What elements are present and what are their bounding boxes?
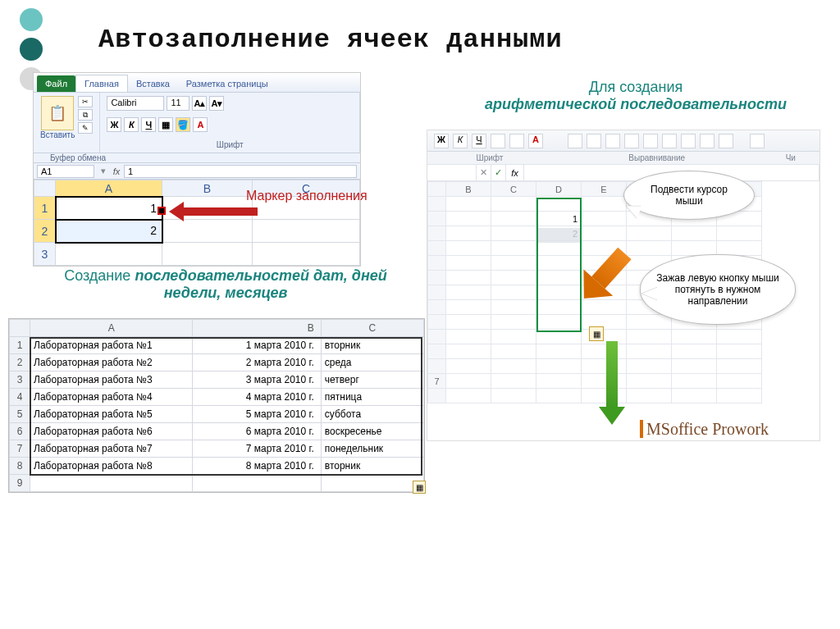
formula-bar-row: A1 ▾ fx 1 [34,163,360,180]
col-header[interactable]: C [321,320,423,337]
col-header[interactable]: C [491,182,536,197]
dot-icon [20,8,43,31]
indent-dec-button[interactable] [681,134,696,148]
col-header[interactable]: B [193,320,322,337]
row-header[interactable] [428,212,446,226]
cell-a1[interactable]: 1 [56,197,162,220]
fill-color-button[interactable] [509,134,524,148]
group-font-label: Шрифт [107,140,353,149]
col-header[interactable]: D [536,182,582,197]
caption-line: арифметической последовательности [459,96,812,113]
fill-color-button[interactable]: 🪣 [176,117,190,132]
cell[interactable] [56,243,162,266]
cell-d1[interactable]: 1 [536,212,582,226]
font-color-button[interactable]: A [528,134,543,148]
name-box[interactable]: A1 [37,165,94,178]
merge-button[interactable] [719,134,733,148]
cell[interactable] [253,243,360,266]
row-header[interactable] [428,285,446,300]
font-color-button[interactable]: A [193,117,208,132]
paste-button[interactable]: 📋 [41,96,74,130]
confirm-icon[interactable]: ✓ [491,165,506,180]
col-header[interactable]: E [582,182,627,197]
callout-drag: Зажав левую кнопку мыши потянуть в нужно… [640,254,796,325]
row-header[interactable] [428,271,446,285]
row-header[interactable] [428,359,446,374]
row-header[interactable] [428,197,446,212]
col-header[interactable]: A [56,180,162,197]
row-header[interactable]: 1 [34,197,56,220]
cut-button[interactable]: ✂ [78,96,93,107]
italic-button[interactable]: К [124,117,139,132]
cancel-icon[interactable]: ✕ [477,165,491,180]
indent-inc-button[interactable] [700,134,714,148]
font-name-select[interactable]: Calibri [107,96,164,111]
slide-title: Автозаполнение ячеек данными [98,25,563,55]
fx-icon[interactable]: fx [109,166,124,176]
number-format-button[interactable] [750,134,765,148]
row-header[interactable] [428,226,446,241]
row-header[interactable]: 7 [428,374,446,389]
borders-button[interactable] [491,134,505,148]
dot-icon [20,38,43,61]
copy-button[interactable]: ⧉ [78,109,93,121]
tab-layout[interactable]: Разметка страницы [178,75,276,92]
row-header[interactable]: 2 [34,220,56,243]
fx-icon[interactable]: fx [506,165,524,180]
cell[interactable] [162,243,253,266]
tab-home[interactable]: Главная [75,75,128,92]
font-size-select[interactable]: 11 [167,96,189,111]
row-header[interactable]: 3 [34,243,56,266]
toolbar: Ж К Ч A [427,130,819,152]
row-header[interactable] [428,300,446,315]
align-right-button[interactable] [662,134,677,148]
table-row: 6Лабораторная работа №66 марта 2010 г.во… [10,423,424,440]
autofill-options-icon[interactable]: ▦ [589,326,604,341]
group-clipboard-label: Буфер обмена [34,153,122,162]
marker-arrow [169,202,258,221]
tab-insert[interactable]: Вставка [128,75,178,92]
align-mid-button[interactable] [587,134,601,148]
cell[interactable] [253,220,360,243]
col-header[interactable]: B [446,182,491,197]
namebox-dropdown-icon[interactable]: ▾ [98,166,109,176]
watermark: MSoffice Prowork [640,420,769,439]
table-row: 5Лабораторная работа №55 марта 2010 г.су… [10,406,424,423]
cell[interactable] [162,220,253,243]
bold-button[interactable]: Ж [107,117,121,132]
autofill-options-icon[interactable]: ▦ [413,481,426,494]
select-all-corner[interactable] [10,320,30,337]
cell-a2[interactable]: 2 [56,220,162,243]
italic-button[interactable]: К [453,134,468,148]
select-all-corner[interactable] [34,180,56,197]
row-header[interactable] [428,256,446,271]
row-header[interactable] [428,344,446,359]
row-header[interactable] [428,241,446,256]
col-header[interactable]: A [30,320,193,337]
align-center-button[interactable] [643,134,658,148]
borders-button[interactable]: ▦ [158,117,173,132]
select-all-corner[interactable] [428,182,446,197]
row-header[interactable] [428,330,446,344]
underline-button[interactable]: Ч [141,117,156,132]
col-header[interactable]: B [162,180,253,197]
formula-bar[interactable]: 1 [124,165,357,178]
group-labels: Шрифт Выравнивание Чи [427,152,819,165]
grow-font-button[interactable]: A▴ [192,96,207,111]
excel-panel-dates: A B C 1Лабораторная работа №11 марта 201… [8,318,425,493]
align-bottom-button[interactable] [605,134,620,148]
fill-handle[interactable] [158,207,166,215]
row-header[interactable] [428,389,446,403]
excel-panel-marker: Файл Главная Вставка Разметка страницы 📋… [33,72,361,267]
format-painter-button[interactable]: ✎ [78,122,93,134]
bold-button[interactable]: Ж [434,134,449,148]
underline-button[interactable]: Ч [472,134,486,148]
row-header[interactable] [428,315,446,330]
shrink-font-button[interactable]: A▾ [209,96,224,111]
worksheet-grid[interactable]: A B C 1Лабораторная работа №11 марта 201… [9,319,424,492]
caption-arithmetic: Для создания арифметической последовател… [459,79,812,113]
align-top-button[interactable] [568,134,582,148]
name-box[interactable] [427,165,477,180]
tab-file[interactable]: Файл [37,75,75,92]
align-left-button[interactable] [624,134,639,148]
